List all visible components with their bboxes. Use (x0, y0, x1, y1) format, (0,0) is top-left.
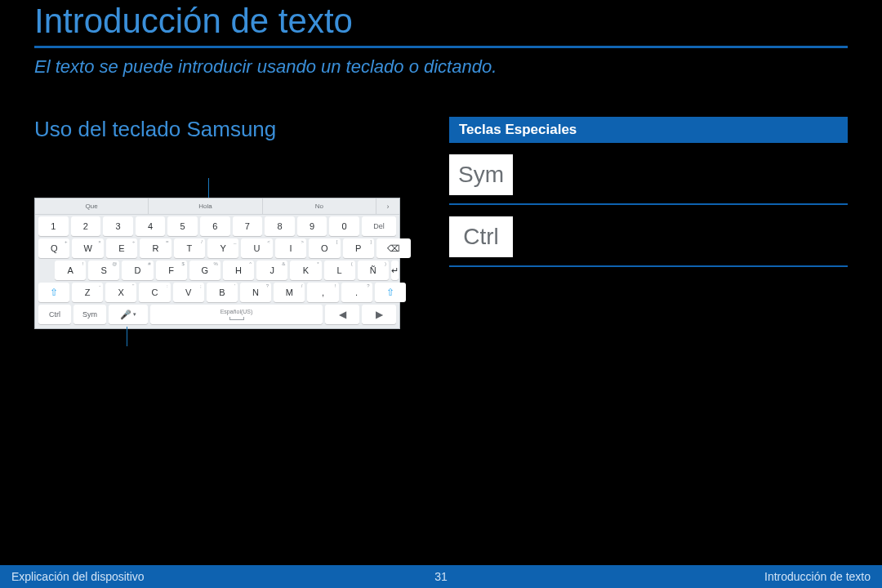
special-row-sym: Sym (449, 143, 848, 203)
shift-up-icon: ⇧ (50, 287, 58, 298)
sym-key[interactable]: Sym (74, 305, 106, 324)
section-heading: Uso del teclado Samsung (34, 117, 418, 142)
footer-page-number: 31 (434, 570, 448, 583)
key-m[interactable]: M/ (274, 283, 305, 302)
page-title: Introducción de texto (34, 0, 848, 46)
key-c[interactable]: C: (139, 283, 170, 302)
key-p[interactable]: P] (343, 238, 374, 258)
predictive-item[interactable]: Hola (149, 198, 262, 214)
triangle-right-icon: ▶ (376, 309, 383, 320)
predictive-item[interactable]: No (263, 198, 376, 214)
key-y[interactable]: Y_ (207, 238, 238, 258)
key-o[interactable]: O[ (309, 238, 340, 258)
key-f[interactable]: F$ (156, 261, 187, 280)
ctrl-key[interactable]: Ctrl (38, 305, 71, 324)
key-v[interactable]: V; (173, 283, 204, 302)
row-z: ⇧ Z- X" C: V; B' N? M/ ,! .? ⇧ (35, 281, 399, 303)
key-e[interactable]: E÷ (106, 238, 137, 258)
backspace-key[interactable]: ⌫ (376, 238, 411, 258)
ctrl-key-illustration: Ctrl (449, 216, 513, 257)
key-x[interactable]: X" (105, 283, 136, 302)
key-7[interactable]: 7 (233, 216, 263, 236)
key-3[interactable]: 3 (103, 216, 133, 236)
footer-bar: Explicación del dispositivo 31 Introducc… (0, 565, 882, 588)
key-del[interactable]: Del (362, 216, 396, 236)
enter-icon: ↵ (391, 265, 399, 276)
key-0[interactable]: 0 (329, 216, 359, 236)
shift-key-left[interactable]: ⇧ (38, 283, 69, 302)
mic-key[interactable]: 🎤 ▾ (109, 305, 148, 324)
key-k[interactable]: K* (290, 261, 321, 280)
predictive-row: Que Hola No › (35, 198, 399, 215)
shift-up-icon: ⇧ (386, 287, 394, 298)
key-6[interactable]: 6 (200, 216, 230, 236)
key-j[interactable]: J& (256, 261, 287, 280)
row-q: Q+ W× E÷ R= T/ Y_ U< I> O[ P] ⌫ (35, 237, 399, 259)
key-s[interactable]: S@ (88, 261, 119, 280)
callout-leader-bottom (127, 327, 127, 346)
key-9[interactable]: 9 (297, 216, 327, 236)
key-r[interactable]: R= (140, 238, 171, 258)
key-t[interactable]: T/ (174, 238, 205, 258)
key-u[interactable]: U< (241, 238, 272, 258)
key-comma[interactable]: ,! (307, 283, 338, 302)
footer-right: Introducción de texto (764, 570, 871, 583)
key-d[interactable]: D# (122, 261, 153, 280)
key-4[interactable]: 4 (136, 216, 166, 236)
row-a: A! S@ D# F$ G% H^ J& K* L( Ñ) ↵ (35, 259, 399, 281)
key-5[interactable]: 5 (167, 216, 198, 236)
spacebar-icon (229, 317, 244, 320)
number-row: 1 2 3 4 5 6 7 8 9 0 Del (35, 215, 399, 237)
chevron-down-icon: ▾ (133, 311, 136, 318)
enter-key[interactable]: ↵ (391, 261, 399, 280)
key-1[interactable]: 1 (38, 216, 69, 236)
cursor-left-key[interactable]: ◀ (325, 305, 359, 324)
key-l[interactable]: L( (324, 261, 355, 280)
keyboard-language-label: Español(US) (220, 309, 253, 315)
special-row-ctrl: Ctrl (449, 205, 848, 265)
chevron-right-icon[interactable]: › (376, 198, 399, 214)
key-2[interactable]: 2 (71, 216, 101, 236)
key-b[interactable]: B' (207, 283, 238, 302)
footer-left: Explicación del dispositivo (11, 570, 145, 583)
page-subtitle: El texto se puede introducir usando un t… (34, 56, 848, 78)
key-i[interactable]: I> (275, 238, 306, 258)
key-enye[interactable]: Ñ) (358, 261, 389, 280)
key-a[interactable]: A! (55, 261, 86, 280)
key-z[interactable]: Z- (72, 283, 103, 302)
key-q[interactable]: Q+ (38, 238, 69, 258)
triangle-left-icon: ◀ (339, 309, 346, 320)
cursor-right-key[interactable]: ▶ (362, 305, 396, 324)
key-g[interactable]: G% (189, 261, 220, 280)
backspace-icon: ⌫ (387, 243, 400, 254)
divider (449, 265, 848, 267)
key-n[interactable]: N? (240, 283, 271, 302)
sym-key-illustration: Sym (449, 154, 513, 195)
key-w[interactable]: W× (72, 238, 103, 258)
title-rule (34, 46, 848, 48)
row-bottom: Ctrl Sym 🎤 ▾ Español(US) ◀ ▶ (35, 303, 399, 325)
special-keys-header: Teclas Especiales (449, 117, 848, 143)
keyboard-illustration: Que Hola No › 1 2 3 4 5 6 7 8 (34, 198, 400, 329)
space-key[interactable]: Español(US) (150, 305, 323, 324)
key-8[interactable]: 8 (265, 216, 295, 236)
key-h[interactable]: H^ (223, 261, 254, 280)
microphone-icon: 🎤 (120, 310, 131, 320)
shift-key-right[interactable]: ⇧ (375, 283, 406, 302)
key-period[interactable]: .? (341, 283, 372, 302)
predictive-item[interactable]: Que (35, 198, 149, 214)
callout-leader-top (208, 178, 209, 198)
